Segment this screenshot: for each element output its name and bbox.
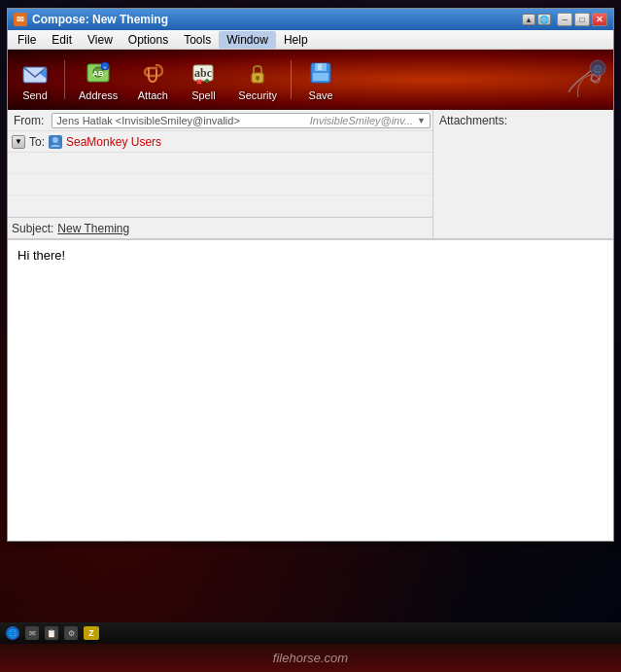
toolbar-decoration: 🌐	[350, 53, 607, 106]
svg-point-22	[52, 137, 58, 143]
menu-window[interactable]: Window	[219, 31, 276, 49]
watermark-bar: 🌐 ✉ 📋 ⚙ Z filehorse.com	[0, 643, 621, 672]
attachments-label: Attachments:	[439, 114, 507, 127]
status-gear-icon: ⚙	[64, 626, 78, 640]
menu-tools[interactable]: Tools	[176, 31, 219, 49]
body-text: Hi there!	[17, 248, 65, 263]
window-title: Compose: New Theming	[32, 13, 168, 26]
status-docs-icon: 📋	[45, 626, 58, 640]
from-label: From:	[8, 112, 50, 129]
to-expand-button[interactable]: ▼	[12, 135, 25, 149]
save-icon	[307, 59, 334, 87]
security-icon	[244, 59, 271, 87]
toolbar-sep-2	[291, 60, 292, 99]
menu-edit[interactable]: Edit	[44, 31, 80, 49]
subject-row: Subject: New Theming	[8, 217, 432, 238]
menu-view[interactable]: View	[80, 31, 121, 49]
attachments-area: Attachments:	[433, 110, 613, 238]
to-label: To:	[29, 135, 49, 149]
address-icon: AB +	[85, 59, 112, 87]
spell-label: Spell	[191, 89, 215, 101]
status-z-icon: Z	[84, 626, 99, 640]
restore-button[interactable]: □	[574, 13, 590, 26]
security-label: Security	[238, 89, 277, 101]
header-section: From: Jens Hatlak <InvisibleSmiley@inval…	[8, 110, 613, 239]
svg-rect-19	[318, 64, 322, 70]
reply-to-row	[8, 195, 432, 217]
spell-icon: abc	[190, 59, 217, 87]
status-network-icon: 🌐	[6, 626, 19, 640]
message-body[interactable]: Hi there!	[8, 239, 613, 541]
toolbar-sep-1	[64, 60, 65, 99]
status-bar: 🌐 ✉ 📋 ⚙ Z	[0, 622, 621, 644]
send-icon	[21, 59, 49, 87]
menu-options[interactable]: Options	[121, 31, 176, 49]
menu-help[interactable]: Help	[276, 31, 316, 49]
svg-rect-18	[313, 73, 328, 81]
security-button[interactable]: Security	[232, 56, 283, 104]
address-button[interactable]: AB + Address	[73, 56, 123, 104]
from-value: Jens Hatlak <InvisibleSmiley@invalid>	[56, 115, 305, 126]
attach-icon	[139, 59, 166, 87]
svg-text:abc: abc	[194, 66, 213, 80]
cc-row	[8, 153, 432, 174]
svg-text:+: +	[103, 64, 107, 70]
subject-label: Subject:	[12, 222, 53, 235]
globe-btn[interactable]: 🌐	[537, 14, 551, 25]
minimize-btn[interactable]: ▲	[522, 14, 535, 25]
to-row: ▼ To: SeaMonkey Users	[8, 131, 432, 153]
save-button[interactable]: Save	[299, 56, 342, 104]
compose-area: From: Jens Hatlak <InvisibleSmiley@inval…	[8, 110, 613, 541]
menu-bar: File Edit View Options Tools Window Help	[8, 30, 613, 50]
fields-area: From: Jens Hatlak <InvisibleSmiley@inval…	[8, 110, 433, 238]
bcc-row	[8, 174, 432, 195]
spell-button[interactable]: abc Spell	[182, 56, 224, 104]
attach-label: Attach	[138, 89, 168, 101]
watermark-text: filehorse.com	[273, 651, 348, 665]
attach-button[interactable]: Attach	[131, 56, 174, 104]
status-mail-icon: ✉	[25, 626, 39, 640]
from-hint: InvisibleSmiley@inv...	[310, 115, 413, 126]
svg-text:🌐: 🌐	[593, 64, 603, 74]
title-bar: ✉ Compose: New Theming ▲ 🌐 ─ □ ✕	[8, 9, 613, 30]
send-label: Send	[22, 89, 48, 101]
address-label: Address	[79, 89, 118, 101]
minimize-button[interactable]: ─	[557, 13, 572, 26]
from-dropdown[interactable]: Jens Hatlak <InvisibleSmiley@invalid> In…	[52, 113, 431, 128]
recipient-name: SeaMonkey Users	[66, 135, 161, 149]
from-dropdown-arrow: ▼	[417, 116, 426, 125]
send-button[interactable]: Send	[14, 56, 56, 104]
to-recipient: SeaMonkey Users	[49, 135, 161, 149]
save-label: Save	[309, 89, 333, 101]
recipient-icon	[49, 135, 62, 149]
app-icon: ✉	[14, 13, 27, 26]
from-row: From: Jens Hatlak <InvisibleSmiley@inval…	[8, 110, 432, 131]
close-button[interactable]: ✕	[592, 13, 607, 26]
menu-file[interactable]: File	[10, 31, 44, 49]
window-controls: ▲ 🌐 ─ □ ✕	[522, 13, 607, 26]
subject-value[interactable]: New Theming	[57, 222, 129, 235]
toolbar: Send AB + Address	[8, 50, 613, 110]
svg-text:AB: AB	[92, 69, 104, 78]
